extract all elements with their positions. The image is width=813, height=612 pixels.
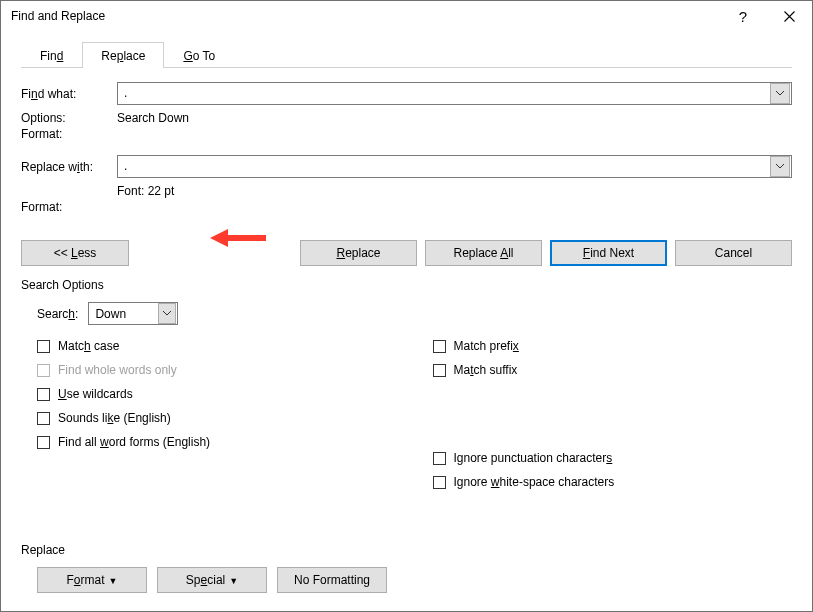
replace-format-label: [21, 184, 117, 198]
replace-with-input[interactable]: .: [118, 156, 770, 177]
check-whole-words: Find whole words only: [37, 363, 397, 377]
titlebar: Find and Replace ?: [1, 1, 812, 31]
find-replace-dialog: Find and Replace ? Find Replace Go To Fi…: [0, 0, 813, 612]
check-match-case[interactable]: Match case: [37, 339, 397, 353]
close-button[interactable]: [766, 1, 812, 31]
search-options-title: Search Options: [21, 278, 792, 292]
dialog-title: Find and Replace: [11, 9, 105, 23]
dropdown-arrow-icon: ▼: [109, 576, 118, 586]
find-next-button[interactable]: Find Next: [550, 240, 667, 266]
replace-all-button[interactable]: Replace All: [425, 240, 542, 266]
check-wildcards[interactable]: Use wildcards: [37, 387, 397, 401]
replace-section-title: Replace: [21, 543, 792, 557]
replace-format-value: Font: 22 pt: [117, 184, 174, 198]
format-button[interactable]: Format▼: [37, 567, 147, 593]
find-what-input[interactable]: .: [118, 83, 770, 104]
options-label: Options:: [21, 111, 117, 125]
check-ignore-punct[interactable]: Ignore punctuation characters: [433, 451, 793, 465]
replace-with-combo[interactable]: .: [117, 155, 792, 178]
chevron-down-icon: [776, 164, 784, 169]
special-button[interactable]: Special▼: [157, 567, 267, 593]
check-match-prefix[interactable]: Match prefix: [433, 339, 793, 353]
options-value: Search Down: [117, 111, 189, 125]
tab-find[interactable]: Find: [21, 42, 82, 68]
search-direction-dropdown[interactable]: [158, 303, 176, 324]
dropdown-arrow-icon: ▼: [229, 576, 238, 586]
check-word-forms[interactable]: Find all word forms (English): [37, 435, 397, 449]
find-what-combo[interactable]: .: [117, 82, 792, 105]
less-button[interactable]: << Less: [21, 240, 129, 266]
search-direction-value: Down: [89, 307, 158, 321]
no-formatting-button[interactable]: No Formatting: [277, 567, 387, 593]
find-what-dropdown[interactable]: [770, 83, 790, 104]
replace-with-label: Replace with:: [21, 160, 117, 174]
tabs: Find Replace Go To: [21, 41, 792, 68]
tab-replace[interactable]: Replace: [82, 42, 164, 68]
tab-goto[interactable]: Go To: [164, 42, 234, 68]
replace-format-label2: Format:: [21, 200, 117, 214]
chevron-down-icon: [163, 311, 171, 316]
search-direction-select[interactable]: Down: [88, 302, 178, 325]
close-icon: [784, 11, 795, 22]
find-format-label: Format:: [21, 127, 117, 141]
check-ignore-ws[interactable]: Ignore white-space characters: [433, 475, 793, 489]
search-direction-label: Search:: [37, 307, 78, 321]
replace-with-dropdown[interactable]: [770, 156, 790, 177]
check-match-suffix[interactable]: Match suffix: [433, 363, 793, 377]
find-what-label: Find what:: [21, 87, 117, 101]
help-button[interactable]: ?: [720, 1, 766, 31]
cancel-button[interactable]: Cancel: [675, 240, 792, 266]
replace-button[interactable]: Replace: [300, 240, 417, 266]
check-sounds-like[interactable]: Sounds like (English): [37, 411, 397, 425]
chevron-down-icon: [776, 91, 784, 96]
